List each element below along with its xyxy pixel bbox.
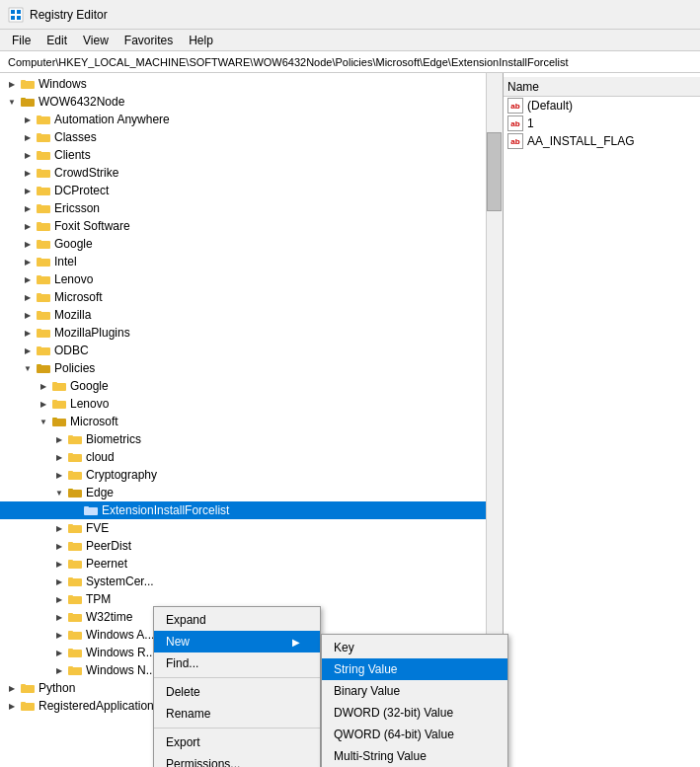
tree-item-fve[interactable]: FVE xyxy=(0,519,503,537)
toggle-crowdstrike[interactable] xyxy=(20,165,36,181)
tree-item-systemcertificates[interactable]: SystemCer... xyxy=(0,573,503,590)
tree-item-pol-google[interactable]: Google xyxy=(0,377,503,395)
svg-rect-46 xyxy=(68,436,82,444)
tree-item-peernet[interactable]: Peernet xyxy=(0,555,503,573)
tree-item-cryptography[interactable]: Cryptography xyxy=(0,466,503,484)
folder-icon-pol-microsoft xyxy=(51,414,67,429)
tree-item-automationanywhere[interactable]: Automation Anywhere xyxy=(0,111,503,128)
sub-item-stringvalue[interactable]: String Value xyxy=(322,658,507,680)
tree-item-crowdstrike[interactable]: CrowdStrike xyxy=(0,164,503,182)
right-entry-aaflag[interactable]: abAA_INSTALL_FLAG xyxy=(504,132,700,150)
tree-item-policies[interactable]: Policies xyxy=(0,359,503,377)
toggle-windows[interactable] xyxy=(4,76,20,92)
toggle-foxitsoftware[interactable] xyxy=(20,218,36,234)
address-path[interactable]: Computer\HKEY_LOCAL_MACHINE\SOFTWARE\WOW… xyxy=(4,54,573,70)
sub-item-binaryvalue[interactable]: Binary Value xyxy=(322,680,507,702)
toggle-systemcertificates[interactable] xyxy=(51,574,67,589)
tree-item-intel[interactable]: Intel xyxy=(0,253,503,270)
toggle-dcprotect[interactable] xyxy=(20,183,36,198)
tree-item-odbc[interactable]: ODBC xyxy=(0,342,503,359)
menu-file[interactable]: File xyxy=(4,32,39,49)
toggle-windows-ms[interactable] xyxy=(51,627,67,643)
tree-item-mozillaplugins[interactable]: MozillaPlugins xyxy=(0,324,503,342)
ctx-label-new: New xyxy=(166,635,190,649)
tree-item-wow6432node[interactable]: WOW6432Node xyxy=(0,93,503,111)
toggle-tpm[interactable] xyxy=(51,591,67,607)
svg-rect-70 xyxy=(68,650,82,657)
ctx-item-permissions[interactable]: Permissions... xyxy=(154,753,320,767)
menu-edit[interactable]: Edit xyxy=(39,32,75,49)
tree-item-pol-microsoft[interactable]: Microsoft xyxy=(0,413,503,430)
sub-item-dword32[interactable]: DWORD (32-bit) Value xyxy=(322,702,507,724)
tree-item-mozilla[interactable]: Mozilla xyxy=(0,306,503,324)
ctx-label-permissions: Permissions... xyxy=(166,757,240,767)
toggle-pol-google[interactable] xyxy=(36,378,51,394)
folder-icon-dcprotect xyxy=(36,183,51,198)
ctx-item-expand[interactable]: Expand xyxy=(154,609,320,631)
ctx-item-rename[interactable]: Rename xyxy=(154,703,320,725)
svg-rect-28 xyxy=(37,276,50,284)
ctx-label-find: Find... xyxy=(166,656,198,670)
toggle-windows-ms2[interactable] xyxy=(51,645,67,660)
toggle-edge[interactable] xyxy=(51,485,67,500)
toggle-windows-ms3[interactable] xyxy=(51,662,67,678)
toggle-registeredapps[interactable] xyxy=(4,698,20,714)
toggle-mozillaplugins[interactable] xyxy=(20,325,36,341)
toggle-peerdist[interactable] xyxy=(51,538,67,554)
tree-label-mozillaplugins: MozillaPlugins xyxy=(54,326,130,340)
toggle-cryptography[interactable] xyxy=(51,467,67,483)
toggle-mozilla[interactable] xyxy=(20,307,36,323)
toggle-wow6432node[interactable] xyxy=(4,94,20,110)
sub-item-key[interactable]: Key xyxy=(322,637,507,658)
ctx-item-find[interactable]: Find... xyxy=(154,652,320,674)
toggle-python[interactable] xyxy=(4,680,20,696)
tree-item-classes[interactable]: Classes xyxy=(0,128,503,146)
tree-item-cloud[interactable]: cloud xyxy=(0,448,503,466)
tree-item-extensioninstall[interactable]: ExtensionInstallForcelist xyxy=(0,501,503,519)
toggle-intel[interactable] xyxy=(20,254,36,269)
tree-item-edge[interactable]: Edge xyxy=(0,484,503,501)
folder-icon-google xyxy=(36,236,51,252)
toggle-microsoft[interactable] xyxy=(20,289,36,305)
menu-view[interactable]: View xyxy=(75,32,117,49)
tree-label-mozilla: Mozilla xyxy=(54,308,91,322)
tree-item-windows[interactable]: Windows xyxy=(0,75,503,93)
toggle-pol-microsoft[interactable] xyxy=(36,414,51,429)
toggle-w32time[interactable] xyxy=(51,609,67,625)
tree-label-crowdstrike: CrowdStrike xyxy=(54,166,118,180)
sub-item-qword64[interactable]: QWORD (64-bit) Value xyxy=(322,724,507,745)
toggle-odbc[interactable] xyxy=(20,343,36,358)
ctx-item-new[interactable]: New▶ xyxy=(154,631,320,652)
tree-item-google[interactable]: Google xyxy=(0,235,503,253)
menu-help[interactable]: Help xyxy=(181,32,221,49)
right-entry-one[interactable]: ab1 xyxy=(504,115,700,132)
menu-favorites[interactable]: Favorites xyxy=(117,32,181,49)
toggle-policies[interactable] xyxy=(20,360,36,376)
toggle-peernet[interactable] xyxy=(51,556,67,572)
tree-item-peerdist[interactable]: PeerDist xyxy=(0,537,503,555)
tree-item-microsoft[interactable]: Microsoft xyxy=(0,288,503,306)
right-entry-default[interactable]: ab(Default) xyxy=(504,97,700,115)
toggle-automationanywhere[interactable] xyxy=(20,112,36,127)
sub-item-multistring[interactable]: Multi-String Value xyxy=(322,745,507,767)
ctx-item-export[interactable]: Export xyxy=(154,731,320,753)
tree-item-clients[interactable]: Clients xyxy=(0,146,503,164)
toggle-ericsson[interactable] xyxy=(20,200,36,216)
toggle-clients[interactable] xyxy=(20,147,36,163)
toggle-fve[interactable] xyxy=(51,520,67,536)
ctx-item-delete[interactable]: Delete xyxy=(154,681,320,703)
scrollbar-thumb[interactable] xyxy=(487,132,502,211)
toggle-biometrics[interactable] xyxy=(51,431,67,447)
tree-item-dcprotect[interactable]: DCProtect xyxy=(0,182,503,199)
tree-item-foxitsoftware[interactable]: Foxit Software xyxy=(0,217,503,235)
tree-item-pol-lenovo[interactable]: Lenovo xyxy=(0,395,503,413)
toggle-cloud[interactable] xyxy=(51,449,67,465)
toggle-pol-lenovo[interactable] xyxy=(36,396,51,412)
tree-item-ericsson[interactable]: Ericsson xyxy=(0,199,503,217)
toggle-google[interactable] xyxy=(20,236,36,252)
title-bar: Registry Editor xyxy=(0,0,700,30)
tree-item-lenovo[interactable]: Lenovo xyxy=(0,270,503,288)
toggle-classes[interactable] xyxy=(20,129,36,145)
tree-item-biometrics[interactable]: Biometrics xyxy=(0,430,503,448)
toggle-lenovo[interactable] xyxy=(20,271,36,287)
